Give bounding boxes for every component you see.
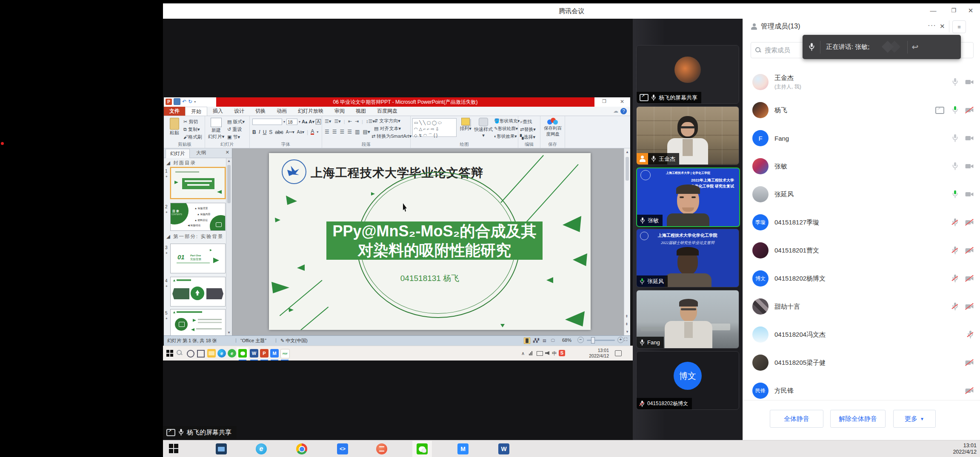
shapes-gallery[interactable]: ▭ ╲ ╲ ▢ ◯ ⬭◠ △ ⌐ ⌐ ⇨ ⇩◇ ↯ ◠ ⌒ { }	[412, 118, 457, 137]
more-button[interactable]: 更多▼	[893, 410, 936, 428]
scroll-up-icon[interactable]: ▲	[227, 159, 231, 163]
save-icon[interactable]	[174, 98, 180, 105]
scrollbar-thumb[interactable]	[227, 165, 231, 203]
slide-thumb-3[interactable]: 01 Part One 实验背景	[170, 244, 226, 273]
mic-muted-icon[interactable]	[952, 218, 958, 227]
volume-icon[interactable]	[545, 351, 549, 355]
replace-button[interactable]: ⇄替换▾	[520, 126, 536, 133]
tray-expand-icon[interactable]: ∧	[521, 351, 525, 356]
shadow-button[interactable]: S	[269, 129, 272, 135]
paste-button[interactable]: 粘贴	[167, 118, 182, 136]
columns-icon[interactable]: ▥	[355, 129, 360, 135]
slide-panel-close-icon[interactable]: ✕	[226, 150, 229, 155]
underline-button[interactable]: U	[263, 129, 267, 135]
mic-icon[interactable]	[952, 78, 958, 86]
blue-app-icon[interactable]: <>	[337, 443, 348, 454]
task-view-icon[interactable]	[197, 350, 205, 358]
mic-muted-icon[interactable]	[952, 246, 958, 255]
save-to-baidu-button[interactable]: 保存到百度网盘	[542, 118, 563, 137]
close-button[interactable]: ✕	[962, 3, 979, 19]
mic-icon[interactable]	[952, 134, 958, 142]
shape-outline-button[interactable]: ✎形状轮廓▾	[494, 126, 518, 132]
shape-effects-button[interactable]: ◐形状效果▾	[494, 133, 517, 139]
mic-muted-icon[interactable]	[952, 274, 958, 283]
tab-home[interactable]: 开始	[185, 107, 207, 116]
justify-icon[interactable]: ☰	[347, 129, 352, 135]
panel-layout-toggle-icon[interactable]: ≡	[952, 20, 966, 33]
member-row[interactable]: 王金杰 (主持人, 我)	[752, 70, 974, 94]
section-header-1[interactable]: ◢ 封面目录	[166, 160, 196, 166]
member-row[interactable]: 杨飞	[752, 98, 974, 122]
char-spacing-button[interactable]: A⇿▾	[286, 130, 294, 134]
member-row[interactable]: 041518204冯文杰	[752, 322, 974, 347]
member-row[interactable]: 民锋 方民锋	[752, 378, 974, 403]
layout-button[interactable]: ▤ 版式▾	[227, 119, 245, 125]
section-button[interactable]: ▣ 节▾	[227, 134, 240, 140]
reading-view-icon[interactable]: ▤	[543, 338, 546, 343]
mute-all-button[interactable]: 全体静音	[770, 410, 823, 428]
cut-button[interactable]: ✂ 剪切	[183, 119, 198, 125]
font-size-combo[interactable]: 18	[286, 119, 297, 125]
mic-muted-icon[interactable]	[952, 302, 958, 311]
align-right-icon[interactable]: ☰	[340, 129, 345, 135]
ie-icon[interactable]: e	[256, 443, 267, 454]
text-direction-button[interactable]: ⇵ 文字方向▾	[374, 118, 400, 124]
meeting-app-icon[interactable]: M	[457, 443, 469, 454]
cortana-icon[interactable]	[187, 350, 194, 358]
member-row[interactable]: 季璇 041518127季璇	[752, 210, 974, 235]
tab-baidu-netdisk[interactable]: 百度网盘	[371, 107, 403, 116]
font-color-button[interactable]: A	[311, 129, 314, 135]
camera-icon[interactable]	[965, 79, 974, 85]
member-row[interactable]: 博文 041518202杨博文	[752, 266, 974, 291]
bullets-icon[interactable]: ☰▾	[325, 119, 331, 124]
tab-review[interactable]: 审阅	[329, 107, 350, 116]
remote-meeting-icon[interactable]: M	[270, 349, 279, 358]
member-row[interactable]: 041518205梁子健	[752, 350, 974, 375]
align-text-button[interactable]: ▤ 对齐文本▾	[374, 125, 401, 132]
clock[interactable]: 13:012022/4/12	[953, 443, 977, 455]
smartart-button[interactable]: ⇄ 转换为SmartArt▾	[371, 133, 411, 139]
mic-muted-icon[interactable]	[967, 330, 974, 339]
remote-wechat-icon[interactable]	[238, 349, 247, 358]
columns2-icon[interactable]: ▤▾	[363, 129, 370, 135]
member-row[interactable]: F Fang	[752, 126, 974, 150]
section-header-2[interactable]: ◢ 第一部分: 实验背景	[166, 233, 223, 240]
ppt-close-button[interactable]: ✕	[620, 99, 624, 105]
video-tile-zhangyanfeng[interactable]: 上海工程技术大学化学化工学院 2022届硕士研究生毕业论文答辩 张延风	[636, 229, 739, 287]
slide-scrollbar[interactable]: ▲ ⇞ ⇟ ▼	[624, 148, 630, 335]
camera-icon[interactable]	[965, 135, 974, 141]
file-explorer-icon[interactable]	[207, 349, 216, 358]
scroll-down-icon[interactable]: ▼	[227, 331, 231, 335]
video-tile-yangbowen[interactable]: 博文 041518202杨博文	[636, 351, 739, 410]
camera-muted-icon[interactable]	[965, 275, 974, 281]
previous-slide-icon[interactable]: ⇞	[625, 314, 629, 318]
panel-close-icon[interactable]: ✕	[940, 23, 945, 30]
camera-icon[interactable]	[965, 191, 974, 197]
tab-design[interactable]: 设计	[229, 107, 250, 116]
tab-file[interactable]: 文件	[164, 107, 185, 116]
slide-thumb-4[interactable]	[170, 277, 226, 307]
numbering-icon[interactable]: ☰▾	[334, 119, 340, 124]
help-icon[interactable]: ?	[620, 108, 627, 114]
grow-font-icon[interactable]: A▴	[302, 119, 307, 125]
display-icon[interactable]	[537, 351, 543, 356]
undo-icon[interactable]: ↶	[182, 99, 186, 105]
red-app-icon[interactable]	[376, 443, 387, 454]
copy-button[interactable]: ⧉ 复制▾	[183, 126, 200, 133]
format-painter-button[interactable]: 🖌格式刷	[183, 134, 202, 140]
ppt-restore-button[interactable]: ❐	[602, 99, 606, 104]
unmute-all-button[interactable]: 解除全体静音	[830, 410, 886, 428]
scroll-down-icon[interactable]: ▼	[626, 330, 629, 334]
zoom-slider-thumb[interactable]	[591, 337, 595, 343]
tab-animations[interactable]: 动画	[271, 107, 292, 116]
member-row[interactable]: 甜劫十言	[752, 294, 974, 319]
arrange-button[interactable]: 排列▾	[458, 118, 473, 132]
remote-ie-icon[interactable]: e	[228, 349, 236, 358]
tab-slideshow[interactable]: 幻灯片放映	[292, 107, 329, 116]
camera-muted-icon[interactable]	[965, 107, 974, 113]
sorter-view-icon[interactable]: ▞▞	[533, 338, 539, 343]
camera-muted-icon[interactable]	[965, 388, 974, 394]
qat-dropdown-icon[interactable]: ▾	[194, 100, 196, 104]
slide-panel-scrollbar[interactable]: ▲ ▼	[226, 158, 231, 335]
italic-button[interactable]: I	[259, 129, 260, 135]
